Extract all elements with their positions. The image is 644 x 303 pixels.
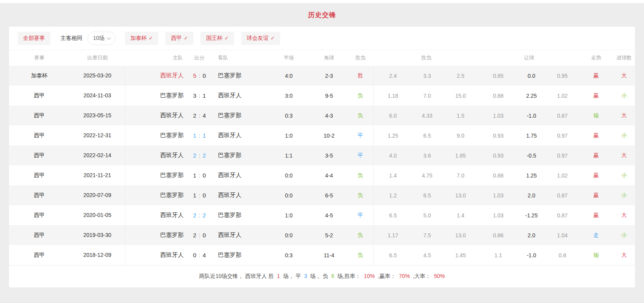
- score-cell: 0:4: [187, 252, 212, 258]
- summary-segment: ,大率：: [411, 273, 433, 279]
- odds-cell-1: 4.75: [412, 172, 442, 179]
- corner-cell: 2-3: [311, 73, 347, 79]
- summary-segment: 70%: [399, 273, 410, 279]
- away-team: 巴塞罗那: [212, 72, 267, 79]
- filter-bar: 全部赛事 主客相同 10场 加泰杯✓西甲✓国王杯✓球会友谊✓: [9, 27, 635, 50]
- score-cell: 2:2: [187, 212, 212, 219]
- handicap-cell-0: 0.93: [479, 133, 517, 139]
- page-title: 历史交锋: [308, 11, 336, 20]
- match-count-dropdown[interactable]: 10场: [88, 32, 116, 45]
- trend-cell: 输: [579, 112, 613, 119]
- table-row: 西甲2024-11-03巴塞罗那3:1西班牙人3:09-5负1.187.015.…: [9, 86, 635, 106]
- check-icon: ✓: [224, 35, 229, 41]
- away-score: 1: [203, 132, 206, 139]
- league-filter-button-1[interactable]: 西甲✓: [165, 32, 193, 45]
- header-handicap: 让球: [479, 54, 579, 61]
- league-filter-button-0[interactable]: 加泰杯✓: [125, 32, 159, 45]
- home-team: 巴塞罗那: [125, 132, 187, 139]
- half-score-cell: 0:0: [267, 172, 311, 179]
- trend-cell: 赢: [579, 192, 613, 199]
- handicap-cell-0: 1.1: [479, 252, 517, 258]
- score-cell: 2:2: [187, 152, 212, 159]
- filter-all-events-button[interactable]: 全部赛事: [18, 32, 50, 45]
- score-colon: :: [199, 112, 200, 119]
- corner-cell: 6-5: [311, 192, 347, 199]
- summary-segment: 1: [277, 273, 280, 279]
- odds-cell-2: 2.5: [442, 73, 479, 79]
- check-icon: ✓: [184, 35, 188, 41]
- result-cell: 平: [347, 145, 374, 165]
- goals-cell: 大: [613, 252, 635, 259]
- away-score: 0: [203, 72, 206, 79]
- handicap-cell-0: 0.88: [479, 172, 517, 179]
- handicap-cell-1: 2.0: [517, 192, 546, 199]
- date-cell: 2021-11-21: [70, 165, 125, 185]
- score-colon: :: [199, 212, 200, 219]
- odds-cell-0: 4.0: [374, 152, 412, 159]
- odds-cell-1: 5.0: [412, 212, 442, 219]
- home-team: 巴塞罗那: [125, 92, 187, 99]
- date-cell: 2020-01-05: [70, 205, 125, 225]
- corner-cell: 4-3: [311, 113, 347, 119]
- result-cell: 负: [347, 245, 374, 265]
- odds-cell-0: 6.5: [374, 252, 412, 258]
- away-team: 西班牙人: [212, 192, 267, 199]
- handicap-cell-1: 1.75: [517, 133, 546, 139]
- title-bar: 历史交锋: [0, 3, 644, 27]
- handicap-cell-1: -1.0: [517, 252, 546, 258]
- away-team: 西班牙人: [212, 92, 267, 99]
- half-score-cell: 1:0: [267, 212, 311, 219]
- away-score: 4: [203, 252, 206, 258]
- score-cell: 2:4: [187, 112, 212, 119]
- league-filter-button-2[interactable]: 国王杯✓: [200, 32, 234, 45]
- league-filter-label: 国王杯: [206, 35, 222, 42]
- half-score-cell: 1:1: [267, 152, 311, 159]
- corner-cell: 4-5: [311, 212, 347, 219]
- header-goals: 进球数: [613, 54, 635, 61]
- odds-cell-1: 4.33: [412, 113, 442, 119]
- home-score: 5: [193, 72, 196, 79]
- trend-cell: 赢: [579, 72, 613, 79]
- league-filter-label: 球会友谊: [247, 35, 268, 42]
- trend-cell: 赢: [579, 172, 613, 179]
- date-cell: 2020-07-09: [70, 185, 125, 205]
- away-score: 0: [203, 172, 206, 179]
- half-score-cell: 0:3: [267, 252, 311, 258]
- odds-cell-0: 1.18: [374, 93, 412, 99]
- home-score: 3: [193, 92, 196, 99]
- handicap-cell-1: 1.25: [517, 172, 546, 179]
- goals-cell: 小: [613, 92, 635, 99]
- table-header: 赛事 比赛日期 主队 比分 客队 半场 角球 胜负 胜负 让球 走势 进球数: [9, 50, 635, 66]
- summary-segment: 3: [304, 273, 307, 279]
- odds-cell-1: 3.3: [412, 73, 442, 79]
- handicap-cell-0: 0.93: [479, 152, 517, 159]
- home-team: 西班牙人: [125, 251, 187, 259]
- odds-cell-2: 1.85: [442, 152, 479, 159]
- odds-cell-2: 15.0: [442, 93, 479, 99]
- header-result: 胜负: [347, 54, 374, 61]
- league-filter-button-3[interactable]: 球会友谊✓: [241, 32, 280, 45]
- away-team: 巴塞罗那: [212, 152, 267, 159]
- goals-cell: 大: [613, 112, 635, 119]
- score-cell: 2:0: [187, 232, 212, 238]
- corner-cell: 3-5: [311, 152, 347, 159]
- handicap-cell-1: 2.0: [517, 232, 546, 238]
- odds-cell-2: 7.0: [442, 172, 479, 179]
- odds-cell-2: 13.0: [442, 232, 479, 238]
- odds-cell-0: 1.17: [374, 232, 412, 238]
- handicap-cell-2: 1.02: [546, 93, 579, 99]
- trend-cell: 赢: [579, 132, 613, 139]
- table-row: 西甲2023-05-15西班牙人2:4巴塞罗那0:34-3负6.04.331.5…: [9, 106, 635, 126]
- league-cell: 西甲: [9, 172, 70, 179]
- summary-segment: 10%: [364, 273, 375, 279]
- odds-cell-2: 1.4: [442, 212, 479, 219]
- score-colon: :: [199, 232, 200, 238]
- score-colon: :: [199, 92, 200, 99]
- filter-same-venue[interactable]: 主客相同: [61, 35, 82, 42]
- result-cell: 负: [347, 106, 374, 126]
- summary-segment: 场， 负: [309, 273, 330, 279]
- away-team: 西班牙人: [212, 172, 267, 179]
- handicap-cell-2: 1.02: [546, 172, 579, 179]
- odds-cell-2: 13.0: [442, 192, 479, 199]
- odds-cell-2: 1.5: [442, 113, 479, 119]
